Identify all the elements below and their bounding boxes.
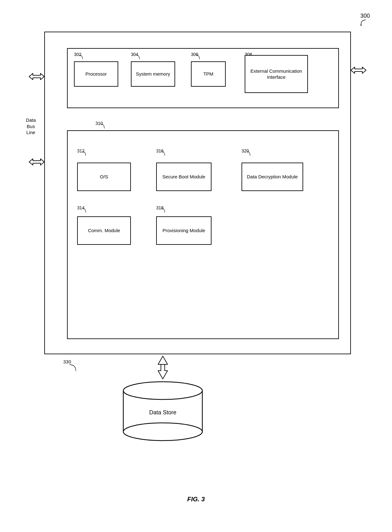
data-bus-arrow-top (28, 70, 45, 83)
os-label: O/S (100, 174, 108, 180)
svg-marker-1 (29, 73, 44, 80)
ref-302-curve (78, 54, 84, 61)
comm-module-label: Comm. Module (88, 227, 120, 234)
ref-304-curve (135, 54, 141, 61)
tpm-box: TPM (191, 61, 226, 87)
secure-boot-box: Secure Boot Module (156, 163, 211, 191)
ref-318-curve (160, 208, 166, 214)
svg-marker-5 (158, 364, 168, 379)
ref-330-curve (68, 363, 77, 373)
svg-marker-3 (351, 67, 366, 73)
ref-316-curve (160, 151, 166, 157)
ext-comm-label: External Communication Interface (245, 68, 307, 80)
provisioning-box: Provisioning Module (156, 216, 211, 245)
os-box: O/S (77, 163, 131, 191)
tpm-label: TPM (203, 71, 213, 77)
data-store-cylinder: Data Store (120, 381, 205, 444)
ref-306-curve (195, 54, 201, 61)
svg-marker-2 (29, 159, 44, 165)
ref-300-arrow (358, 18, 367, 28)
svg-text:Data Store: Data Store (149, 409, 176, 416)
svg-point-8 (123, 423, 202, 441)
processor-label: Processor (85, 71, 107, 77)
data-bus-arrow-bottom (28, 156, 45, 168)
system-memory-box: System memory (131, 61, 175, 87)
ref-312-curve (81, 151, 87, 157)
system-memory-label: System memory (136, 71, 170, 77)
figure-label: FIG. 3 (187, 496, 205, 503)
comm-module-box: Comm. Module (77, 216, 131, 245)
data-decryption-label: Data Decryption Module (247, 174, 298, 180)
ext-comm-box: External Communication Interface (245, 55, 308, 93)
main-box: 302 304 306 308 Processor (44, 32, 351, 354)
ref-314-curve (81, 208, 87, 214)
diagram-container: 300 302 304 (19, 13, 373, 512)
data-bus-line-label: Data Bus Line (22, 117, 40, 136)
processor-box: Processor (74, 61, 118, 87)
ref-310-curve (99, 123, 106, 130)
svg-point-7 (123, 382, 202, 399)
ext-comm-arrow (350, 64, 367, 77)
data-decryption-box: Data Decryption Module (242, 163, 303, 191)
provisioning-label: Provisioning Module (162, 227, 205, 234)
secure-boot-label: Secure Boot Module (162, 174, 205, 180)
datastore-arrow (150, 355, 175, 380)
hw-box: 302 304 306 308 Processor (67, 48, 339, 108)
svg-marker-0 (360, 25, 362, 26)
sw-box: 312 314 316 318 320 (67, 130, 339, 339)
ref-320-curve (245, 151, 252, 157)
